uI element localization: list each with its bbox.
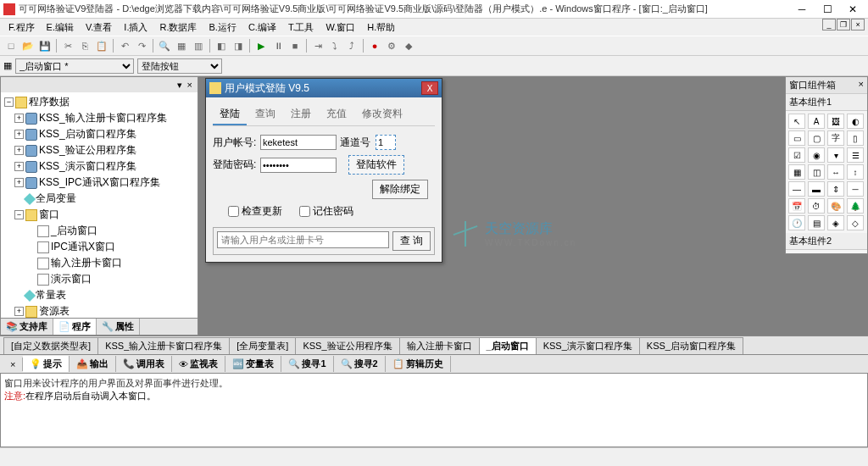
hint-tab-clip[interactable]: 📋剪辑历史 bbox=[386, 356, 451, 372]
tool-check-icon[interactable]: ☑ bbox=[788, 147, 805, 163]
minimize-button[interactable]: ─ bbox=[790, 2, 814, 17]
hint-close-icon[interactable]: × bbox=[3, 358, 23, 371]
tool-combo-icon[interactable]: ▾ bbox=[827, 147, 844, 163]
control-selector[interactable]: 登陆按钮 bbox=[137, 58, 222, 74]
tree-window-item[interactable]: 演示窗口 bbox=[3, 271, 196, 287]
login-button[interactable]: 登陆软件 bbox=[348, 155, 404, 175]
tb-redo[interactable]: ↷ bbox=[134, 38, 149, 53]
tool-line-icon[interactable]: ─ bbox=[847, 181, 864, 197]
hint-tab-output[interactable]: 📤输出 bbox=[70, 356, 116, 372]
tb-save[interactable]: 💾 bbox=[37, 38, 53, 53]
panel-close-icon[interactable]: × bbox=[186, 80, 194, 90]
menu-compile[interactable]: C.编译 bbox=[243, 19, 281, 36]
tb-btn3[interactable]: ◧ bbox=[214, 38, 229, 53]
tree-window-item[interactable]: 输入注册卡窗口 bbox=[3, 255, 196, 271]
tool-image-icon[interactable]: 🎨 bbox=[827, 198, 844, 214]
dialog-tab-login[interactable]: 登陆 bbox=[213, 104, 247, 125]
tree-item[interactable]: +KSS_验证公用程序集 bbox=[3, 142, 196, 158]
doc-tab[interactable]: [自定义数据类型表] bbox=[3, 337, 98, 354]
menu-program[interactable]: F.程序 bbox=[3, 19, 40, 36]
left-tab-library[interactable]: 📚支持库 bbox=[1, 319, 53, 335]
tree-root[interactable]: −程序数据 bbox=[3, 94, 196, 110]
tool-clock-icon[interactable]: 🕐 bbox=[788, 215, 805, 230]
toolbox-section1[interactable]: 基本组件1 bbox=[786, 94, 867, 111]
tool-text-icon[interactable]: 字 bbox=[827, 130, 844, 146]
menu-database[interactable]: R.数据库 bbox=[154, 19, 202, 36]
dialog-tab-register[interactable]: 注册 bbox=[284, 104, 318, 125]
tool-timer-icon[interactable]: ⏱ bbox=[808, 198, 825, 214]
tb-paste[interactable]: 📋 bbox=[94, 38, 109, 53]
tool-misc1-icon[interactable]: ◈ bbox=[827, 215, 844, 230]
left-tab-properties[interactable]: 🔧属性 bbox=[97, 319, 140, 335]
tool-hscroll-icon[interactable]: ↔ bbox=[827, 164, 844, 180]
menu-tools[interactable]: T.工具 bbox=[283, 19, 320, 36]
tool-tree-icon[interactable]: 🌲 bbox=[847, 198, 864, 214]
search-input[interactable] bbox=[217, 231, 389, 248]
tb-stop[interactable]: ■ bbox=[287, 38, 303, 53]
design-canvas[interactable]: 用户模式登陆 V9.5 X 登陆 查询 注册 充值 修改资料 用户帐号: 通道号 bbox=[198, 76, 868, 336]
tb-find[interactable]: 🔍 bbox=[157, 38, 172, 53]
dialog-tab-recharge[interactable]: 充值 bbox=[320, 104, 353, 125]
tool-misc2-icon[interactable]: ◇ bbox=[847, 215, 864, 230]
toolbox-section2[interactable]: 基本组件2 bbox=[786, 233, 867, 250]
tree-windows[interactable]: −窗口 bbox=[3, 207, 196, 223]
doc-tab[interactable]: KSS_验证公用程序集 bbox=[295, 337, 399, 354]
tree-item[interactable]: +KSS_演示窗口程序集 bbox=[3, 158, 196, 175]
menu-edit[interactable]: E.编辑 bbox=[42, 19, 79, 36]
panel-pin-icon[interactable]: ▾ bbox=[175, 80, 184, 91]
doc-tab[interactable]: 输入注册卡窗口 bbox=[399, 337, 480, 354]
menu-run[interactable]: B.运行 bbox=[203, 19, 241, 36]
maximize-button[interactable]: ☐ bbox=[815, 2, 839, 17]
menu-insert[interactable]: I.插入 bbox=[119, 19, 153, 36]
doc-tab[interactable]: KSS_输入注册卡窗口程序集 bbox=[97, 337, 230, 354]
hint-tab-search1[interactable]: 🔍搜寻1 bbox=[281, 356, 333, 372]
tree-item[interactable]: +资源表 bbox=[3, 303, 196, 318]
tb-btn4[interactable]: ◨ bbox=[231, 38, 246, 53]
doc-tab[interactable]: [全局变量表] bbox=[229, 337, 296, 354]
tb-misc2[interactable]: ◆ bbox=[401, 38, 416, 53]
tb-new[interactable]: □ bbox=[3, 38, 19, 53]
project-tree[interactable]: −程序数据 +KSS_输入注册卡窗口程序集 +KSS_启动窗口程序集 +KSS_… bbox=[1, 92, 198, 318]
hint-tab-search2[interactable]: 🔍搜寻2 bbox=[334, 356, 386, 372]
tree-window-item[interactable]: _启动窗口 bbox=[3, 223, 196, 239]
hint-tab-vars[interactable]: 🔤变量表 bbox=[225, 356, 281, 372]
dialog-close-button[interactable]: X bbox=[421, 81, 438, 95]
mdi-minimize[interactable]: _ bbox=[822, 19, 836, 31]
user-input[interactable] bbox=[260, 135, 337, 150]
tool-button-icon[interactable]: ▢ bbox=[808, 130, 825, 146]
chk-update[interactable]: 检查更新 bbox=[228, 204, 282, 219]
tree-item[interactable]: +KSS_启动窗口程序集 bbox=[3, 126, 196, 142]
tb-copy[interactable]: ⎘ bbox=[77, 38, 92, 53]
unbind-button[interactable]: 解除绑定 bbox=[372, 180, 428, 199]
tb-step3[interactable]: ⤴ bbox=[344, 38, 359, 53]
tb-btn1[interactable]: ▦ bbox=[174, 38, 189, 53]
tool-radio-icon[interactable]: ◉ bbox=[808, 147, 825, 163]
tb-btn2[interactable]: ▥ bbox=[191, 38, 206, 53]
tool-grid-icon[interactable]: ▦ bbox=[788, 164, 805, 180]
tool-picture-icon[interactable]: 🖼 bbox=[827, 114, 844, 129]
doc-tab-active[interactable]: _启动窗口 bbox=[479, 337, 537, 354]
tb-undo[interactable]: ↶ bbox=[117, 38, 132, 53]
tb-step2[interactable]: ⤵ bbox=[327, 38, 342, 53]
tool-vscroll-icon[interactable]: ↕ bbox=[847, 164, 864, 180]
doc-tab[interactable]: KSS_启动窗口程序集 bbox=[639, 337, 743, 354]
tool-list-icon[interactable]: ☰ bbox=[847, 147, 864, 163]
tree-item[interactable]: +KSS_IPC通讯X窗口程序集 bbox=[3, 175, 196, 191]
tree-item[interactable]: 全局变量 bbox=[3, 191, 196, 207]
tb-run[interactable]: ▶ bbox=[253, 38, 269, 53]
tb-open[interactable]: 📂 bbox=[20, 38, 36, 53]
search-button[interactable]: 查 询 bbox=[392, 231, 431, 251]
tool-label-icon[interactable]: A bbox=[808, 114, 825, 129]
tool-edit-icon[interactable]: ▭ bbox=[788, 130, 805, 146]
tool-spin-icon[interactable]: ⇕ bbox=[827, 181, 844, 197]
tree-item[interactable]: 常量表 bbox=[3, 287, 196, 303]
hint-tab-calls[interactable]: 📞调用表 bbox=[116, 356, 172, 372]
login-dialog[interactable]: 用户模式登陆 V9.5 X 登陆 查询 注册 充值 修改资料 用户帐号: 通道号 bbox=[205, 78, 442, 263]
tool-progress-icon[interactable]: ▬ bbox=[808, 181, 825, 197]
tool-pointer-icon[interactable]: ↖ bbox=[788, 114, 805, 129]
tool-calendar-icon[interactable]: 📅 bbox=[788, 198, 805, 214]
hint-tab-tip[interactable]: 💡提示 bbox=[23, 356, 70, 372]
dialog-tab-query[interactable]: 查询 bbox=[248, 104, 282, 125]
window-selector[interactable]: _启动窗口 * bbox=[15, 58, 134, 74]
menu-view[interactable]: V.查看 bbox=[81, 19, 117, 36]
